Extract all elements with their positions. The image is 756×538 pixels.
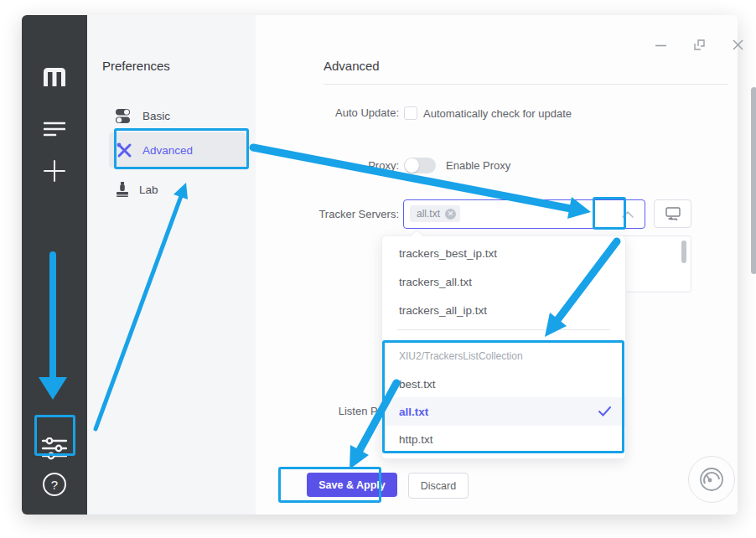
discard-button[interactable]: Discard: [408, 473, 469, 499]
dropdown-divider: [397, 329, 610, 330]
dropdown-option[interactable]: trackers_all_ip.txt: [382, 296, 625, 324]
add-task-icon[interactable]: [22, 159, 87, 183]
speed-gauge-button[interactable]: [688, 456, 735, 503]
tag-label: all.txt: [417, 208, 440, 220]
maximize-button[interactable]: [690, 35, 708, 54]
dropdown-option[interactable]: trackers_all.txt: [382, 267, 625, 296]
tag-close-icon[interactable]: ✕: [445, 209, 456, 220]
task-list-icon[interactable]: [22, 118, 87, 140]
sync-trackers-button[interactable]: [654, 199, 691, 228]
motrix-logo-icon: [22, 65, 87, 89]
proxy-option-label: Enable Proxy: [446, 159, 510, 172]
listen-ports-label: Listen Ports:: [256, 405, 399, 417]
auto-update-label: Auto Update:: [256, 106, 399, 119]
toggles-icon: [116, 109, 132, 123]
textarea-scrollbar[interactable]: [681, 241, 686, 263]
sidebar-item-label: Basic: [142, 110, 170, 122]
annotation-box-settings-icon: [34, 415, 75, 456]
preferences-title: Preferences: [102, 59, 170, 73]
tracker-servers-label: Tracker Servers:: [256, 208, 399, 220]
minimize-button[interactable]: [651, 37, 670, 54]
auto-update-option-label: Automatically check for update: [423, 107, 572, 120]
preferences-panel: Preferences Basic Advanced: [87, 15, 256, 515]
close-icon[interactable]: [728, 35, 747, 54]
help-icon[interactable]: ?: [22, 470, 87, 499]
dropdown-option[interactable]: trackers_best_ip.txt: [382, 239, 625, 267]
title-divider: [324, 84, 728, 85]
main-scrollbar[interactable]: [751, 87, 756, 274]
proxy-toggle[interactable]: [404, 158, 436, 173]
annotation-box-advanced: [114, 128, 249, 169]
annotation-box-group: [382, 340, 624, 453]
annotation-box-chevron: [593, 197, 626, 230]
app-window: ? Preferences Basic Advanc: [22, 15, 738, 515]
page-title: Advanced: [324, 59, 380, 73]
speedometer-icon: [699, 467, 724, 492]
toggle-knob: [405, 158, 419, 173]
lab-stamp-icon: [116, 182, 129, 197]
selected-tracker-tag: all.txt ✕: [410, 205, 460, 222]
sidebar-item-label: Lab: [139, 184, 158, 196]
auto-update-checkbox[interactable]: [404, 106, 417, 120]
help-glyph: ?: [51, 478, 58, 492]
annotation-box-save: [278, 467, 381, 503]
sidebar-item-basic[interactable]: Basic: [116, 102, 241, 129]
sidebar-item-lab[interactable]: Lab: [116, 176, 241, 203]
proxy-label: Proxy:: [256, 159, 399, 172]
